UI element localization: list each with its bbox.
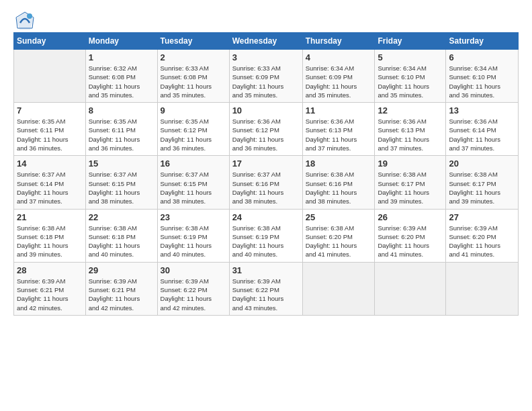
day-number: 10 [232, 105, 300, 116]
calendar-cell: 22Sunrise: 6:38 AM Sunset: 6:18 PM Dayli… [85, 209, 157, 262]
day-number: 21 [17, 212, 83, 222]
logo [13, 11, 35, 27]
day-info: Sunrise: 6:34 AM Sunset: 6:09 PM Dayligh… [306, 64, 372, 99]
day-info: Sunrise: 6:38 AM Sunset: 6:16 PM Dayligh… [306, 170, 372, 205]
calendar-cell: 8Sunrise: 6:35 AM Sunset: 6:11 PM Daylig… [85, 103, 157, 156]
day-number: 13 [449, 105, 515, 116]
column-header-sunday: Sunday [14, 33, 86, 50]
calendar-cell: 11Sunrise: 6:36 AM Sunset: 6:13 PM Dayli… [302, 103, 375, 156]
day-number: 18 [306, 158, 372, 169]
day-info: Sunrise: 6:38 AM Sunset: 6:19 PM Dayligh… [232, 224, 300, 259]
day-info: Sunrise: 6:32 AM Sunset: 6:08 PM Dayligh… [89, 64, 154, 99]
day-number: 2 [161, 52, 226, 62]
week-row-4: 21Sunrise: 6:38 AM Sunset: 6:18 PM Dayli… [14, 209, 519, 262]
calendar-cell [302, 262, 375, 315]
day-info: Sunrise: 6:39 AM Sunset: 6:20 PM Dayligh… [449, 224, 515, 259]
calendar-cell: 7Sunrise: 6:35 AM Sunset: 6:11 PM Daylig… [14, 103, 86, 156]
calendar-cell: 14Sunrise: 6:37 AM Sunset: 6:14 PM Dayli… [14, 156, 86, 209]
day-number: 28 [17, 265, 83, 275]
calendar-cell: 30Sunrise: 6:39 AM Sunset: 6:22 PM Dayli… [157, 262, 229, 315]
calendar-cell [375, 262, 446, 315]
calendar-cell: 24Sunrise: 6:38 AM Sunset: 6:19 PM Dayli… [229, 209, 302, 262]
calendar-cell [446, 262, 519, 315]
day-number: 22 [89, 212, 154, 222]
calendar-cell: 17Sunrise: 6:37 AM Sunset: 6:16 PM Dayli… [229, 156, 302, 209]
calendar-cell: 18Sunrise: 6:38 AM Sunset: 6:16 PM Dayli… [302, 156, 375, 209]
calendar-cell: 1Sunrise: 6:32 AM Sunset: 6:08 PM Daylig… [85, 50, 157, 103]
calendar-cell: 12Sunrise: 6:36 AM Sunset: 6:13 PM Dayli… [375, 103, 446, 156]
day-info: Sunrise: 6:36 AM Sunset: 6:12 PM Dayligh… [232, 117, 300, 152]
week-row-3: 14Sunrise: 6:37 AM Sunset: 6:14 PM Dayli… [14, 156, 519, 209]
day-number: 8 [89, 105, 154, 116]
day-number: 1 [89, 52, 154, 62]
day-number: 31 [232, 265, 300, 275]
logo-icon [15, 11, 35, 31]
calendar-cell: 29Sunrise: 6:39 AM Sunset: 6:21 PM Dayli… [85, 262, 157, 315]
day-info: Sunrise: 6:39 AM Sunset: 6:22 PM Dayligh… [161, 277, 226, 312]
column-header-saturday: Saturday [446, 33, 519, 50]
day-number: 15 [89, 158, 154, 169]
day-number: 14 [17, 158, 83, 169]
column-header-friday: Friday [375, 33, 446, 50]
calendar-cell: 25Sunrise: 6:38 AM Sunset: 6:20 PM Dayli… [302, 209, 375, 262]
calendar-cell: 31Sunrise: 6:39 AM Sunset: 6:22 PM Dayli… [229, 262, 302, 315]
day-info: Sunrise: 6:38 AM Sunset: 6:18 PM Dayligh… [17, 224, 83, 259]
day-number: 12 [378, 105, 443, 116]
calendar-cell: 2Sunrise: 6:33 AM Sunset: 6:08 PM Daylig… [157, 50, 229, 103]
day-info: Sunrise: 6:37 AM Sunset: 6:14 PM Dayligh… [17, 170, 83, 205]
column-header-tuesday: Tuesday [157, 33, 229, 50]
column-header-monday: Monday [85, 33, 157, 50]
day-number: 17 [232, 158, 300, 169]
day-info: Sunrise: 6:33 AM Sunset: 6:09 PM Dayligh… [232, 64, 300, 99]
day-info: Sunrise: 6:37 AM Sunset: 6:15 PM Dayligh… [161, 170, 226, 205]
calendar-cell: 23Sunrise: 6:38 AM Sunset: 6:19 PM Dayli… [157, 209, 229, 262]
calendar-cell: 28Sunrise: 6:39 AM Sunset: 6:21 PM Dayli… [14, 262, 86, 315]
day-number: 20 [449, 158, 515, 169]
calendar-cell: 21Sunrise: 6:38 AM Sunset: 6:18 PM Dayli… [14, 209, 86, 262]
calendar-cell: 5Sunrise: 6:34 AM Sunset: 6:10 PM Daylig… [375, 50, 446, 103]
calendar-cell: 9Sunrise: 6:35 AM Sunset: 6:12 PM Daylig… [157, 103, 229, 156]
calendar-table: SundayMondayTuesdayWednesdayThursdayFrid… [13, 32, 519, 316]
calendar-cell: 6Sunrise: 6:34 AM Sunset: 6:10 PM Daylig… [446, 50, 519, 103]
day-number: 16 [161, 158, 226, 169]
day-info: Sunrise: 6:34 AM Sunset: 6:10 PM Dayligh… [449, 64, 515, 99]
day-number: 23 [161, 212, 226, 222]
day-number: 27 [449, 212, 515, 222]
day-info: Sunrise: 6:36 AM Sunset: 6:14 PM Dayligh… [449, 117, 515, 152]
day-info: Sunrise: 6:35 AM Sunset: 6:11 PM Dayligh… [17, 117, 83, 152]
calendar-cell: 27Sunrise: 6:39 AM Sunset: 6:20 PM Dayli… [446, 209, 519, 262]
column-header-row: SundayMondayTuesdayWednesdayThursdayFrid… [14, 33, 519, 50]
day-info: Sunrise: 6:38 AM Sunset: 6:18 PM Dayligh… [89, 224, 154, 259]
day-number: 11 [306, 105, 372, 116]
svg-point-2 [27, 13, 32, 19]
day-info: Sunrise: 6:33 AM Sunset: 6:08 PM Dayligh… [161, 64, 226, 99]
day-info: Sunrise: 6:35 AM Sunset: 6:12 PM Dayligh… [161, 117, 226, 152]
day-info: Sunrise: 6:35 AM Sunset: 6:11 PM Dayligh… [89, 117, 154, 152]
calendar-cell: 26Sunrise: 6:39 AM Sunset: 6:20 PM Dayli… [375, 209, 446, 262]
day-info: Sunrise: 6:39 AM Sunset: 6:21 PM Dayligh… [89, 277, 154, 312]
column-header-thursday: Thursday [302, 33, 375, 50]
calendar-cell: 3Sunrise: 6:33 AM Sunset: 6:09 PM Daylig… [229, 50, 302, 103]
calendar-cell: 10Sunrise: 6:36 AM Sunset: 6:12 PM Dayli… [229, 103, 302, 156]
calendar-cell: 13Sunrise: 6:36 AM Sunset: 6:14 PM Dayli… [446, 103, 519, 156]
day-info: Sunrise: 6:39 AM Sunset: 6:20 PM Dayligh… [378, 224, 443, 259]
day-info: Sunrise: 6:37 AM Sunset: 6:16 PM Dayligh… [232, 170, 300, 205]
week-row-5: 28Sunrise: 6:39 AM Sunset: 6:21 PM Dayli… [14, 262, 519, 315]
calendar-cell: 16Sunrise: 6:37 AM Sunset: 6:15 PM Dayli… [157, 156, 229, 209]
day-info: Sunrise: 6:38 AM Sunset: 6:17 PM Dayligh… [449, 170, 515, 205]
day-number: 5 [378, 52, 443, 62]
column-header-wednesday: Wednesday [229, 33, 302, 50]
day-info: Sunrise: 6:38 AM Sunset: 6:17 PM Dayligh… [378, 170, 443, 205]
day-info: Sunrise: 6:36 AM Sunset: 6:13 PM Dayligh… [378, 117, 443, 152]
day-info: Sunrise: 6:37 AM Sunset: 6:15 PM Dayligh… [89, 170, 154, 205]
day-number: 4 [306, 52, 372, 62]
day-number: 26 [378, 212, 443, 222]
day-number: 30 [161, 265, 226, 275]
day-number: 7 [17, 105, 83, 116]
day-number: 29 [89, 265, 154, 275]
day-info: Sunrise: 6:36 AM Sunset: 6:13 PM Dayligh… [306, 117, 372, 152]
day-number: 25 [306, 212, 372, 222]
day-number: 3 [232, 52, 300, 62]
day-info: Sunrise: 6:38 AM Sunset: 6:19 PM Dayligh… [161, 224, 226, 259]
calendar-cell: 19Sunrise: 6:38 AM Sunset: 6:17 PM Dayli… [375, 156, 446, 209]
